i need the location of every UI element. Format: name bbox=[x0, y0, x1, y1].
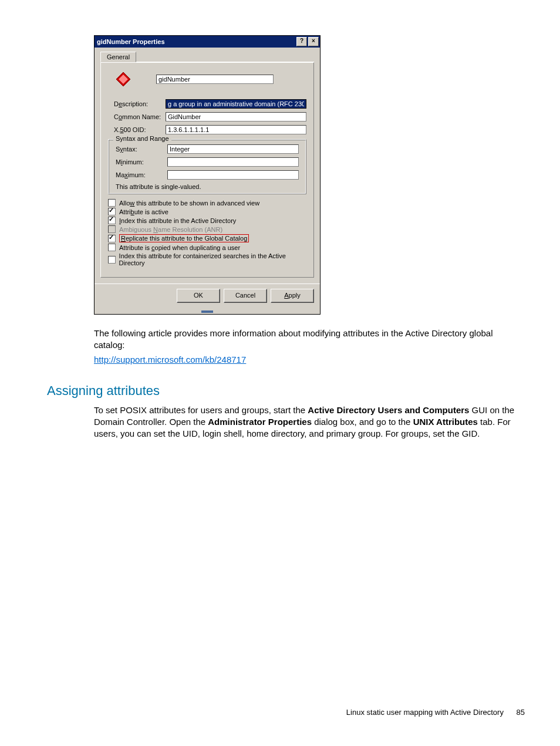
checkbox-1[interactable] bbox=[108, 208, 116, 215]
page-footer: Linux static user mapping with Active Di… bbox=[346, 708, 525, 717]
checkbox-5[interactable] bbox=[108, 244, 116, 251]
checkbox-0[interactable] bbox=[108, 199, 116, 207]
cancel-button[interactable]: Cancel bbox=[224, 289, 267, 303]
checkbox-row-6[interactable]: Index this attribute for containerized s… bbox=[108, 252, 306, 266]
kb-link[interactable]: http://support.microsoft.com/kb/248717 bbox=[94, 355, 246, 364]
checkbox-row-2[interactable]: Index this attribute in the Active Direc… bbox=[108, 217, 306, 224]
common-name-field[interactable] bbox=[166, 112, 306, 121]
checkbox-row-5[interactable]: Attribute is copied when duplicating a u… bbox=[108, 244, 306, 251]
checkbox-6[interactable] bbox=[108, 256, 116, 264]
attribute-icon bbox=[114, 70, 133, 89]
ok-button[interactable]: OK bbox=[177, 289, 220, 303]
checkbox-label-5: Attribute is copied when duplicating a u… bbox=[119, 244, 240, 251]
minimum-label: Minimum: bbox=[116, 158, 167, 166]
checkbox-label-0: Allow this attribute to be shown in adva… bbox=[119, 200, 259, 207]
single-valued-note: This attribute is single-valued. bbox=[116, 183, 299, 190]
description-field[interactable] bbox=[166, 99, 306, 109]
x500-oid-label: X.500 OID: bbox=[114, 126, 166, 133]
common-name-label: Common Name: bbox=[114, 113, 166, 120]
titlebar[interactable]: gidNumber Properties ? × bbox=[95, 36, 320, 48]
checkbox-2[interactable] bbox=[108, 217, 116, 224]
assigning-paragraph: To set POSIX attributes for users and gr… bbox=[94, 404, 525, 440]
checkbox-3 bbox=[108, 225, 116, 233]
window-title: gidNumber Properties bbox=[97, 38, 165, 45]
x500-oid-field[interactable] bbox=[166, 125, 306, 134]
checkbox-label-3: Ambiguous Name Resolution (ANR) bbox=[119, 226, 222, 233]
checkbox-label-6: Index this attribute for containerized s… bbox=[119, 252, 306, 266]
checkbox-row-3: Ambiguous Name Resolution (ANR) bbox=[108, 225, 306, 233]
resize-handle[interactable] bbox=[95, 307, 320, 314]
apply-button[interactable]: Apply bbox=[271, 289, 314, 303]
close-icon[interactable]: × bbox=[308, 37, 319, 46]
name-field[interactable] bbox=[156, 75, 274, 84]
syntax-label: Syntax: bbox=[116, 146, 167, 153]
checkbox-label-4: Replicate this attribute to the Global C… bbox=[119, 234, 249, 242]
help-icon[interactable]: ? bbox=[296, 37, 307, 46]
footer-text: Linux static user mapping with Active Di… bbox=[346, 708, 504, 717]
maximum-field[interactable] bbox=[167, 170, 299, 180]
syntax-field[interactable] bbox=[167, 144, 299, 154]
checkbox-row-1[interactable]: Attribute is active bbox=[108, 208, 306, 215]
syntax-range-legend: Syntax and Range bbox=[113, 135, 171, 142]
checkbox-label-1: Attribute is active bbox=[119, 208, 168, 215]
description-label: Description: bbox=[114, 100, 166, 107]
section-heading: Assigning attributes bbox=[47, 383, 525, 399]
properties-dialog: gidNumber Properties ? × General bbox=[94, 35, 321, 315]
minimum-field[interactable] bbox=[167, 157, 299, 167]
checkbox-row-0[interactable]: Allow this attribute to be shown in adva… bbox=[108, 199, 306, 207]
checkbox-4[interactable] bbox=[108, 235, 116, 242]
checkbox-label-2: Index this attribute in the Active Direc… bbox=[119, 217, 236, 224]
checkbox-row-4[interactable]: Replicate this attribute to the Global C… bbox=[108, 234, 306, 242]
syntax-range-group: Syntax and Range Syntax: Minimum: Maximu… bbox=[108, 139, 306, 194]
tab-general[interactable]: General bbox=[100, 52, 136, 62]
article-intro: The following article provides more info… bbox=[94, 328, 525, 352]
page-number: 85 bbox=[517, 708, 525, 717]
maximum-label: Maximum: bbox=[116, 171, 167, 178]
